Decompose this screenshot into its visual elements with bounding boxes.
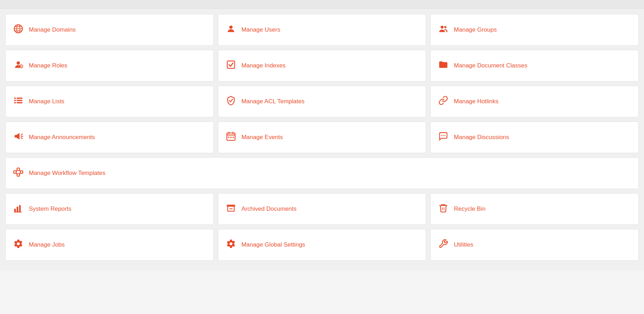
recycle-bin[interactable]: Recycle Bin bbox=[430, 193, 639, 225]
manage-users-label: Manage Users bbox=[242, 26, 281, 33]
svg-point-31 bbox=[445, 135, 446, 136]
manage-jobs[interactable]: Manage Jobs bbox=[5, 229, 214, 261]
manage-lists[interactable]: Manage Lists bbox=[5, 86, 214, 117]
svg-rect-15 bbox=[17, 100, 22, 101]
svg-line-39 bbox=[20, 172, 20, 175]
row-row6: System ReportsArchived DocumentsRecycle … bbox=[5, 193, 639, 225]
system-reports-label: System Reports bbox=[29, 205, 71, 212]
svg-point-8 bbox=[17, 61, 20, 64]
manage-groups-icon bbox=[438, 24, 449, 36]
svg-line-19 bbox=[21, 134, 22, 135]
svg-rect-34 bbox=[17, 174, 20, 176]
svg-rect-14 bbox=[14, 100, 16, 101]
svg-rect-17 bbox=[17, 102, 22, 103]
svg-point-30 bbox=[443, 135, 444, 136]
manage-acl-templates[interactable]: Manage ACL Templates bbox=[218, 86, 426, 117]
control-panel-header bbox=[0, 0, 644, 9]
svg-marker-18 bbox=[15, 133, 20, 139]
svg-line-21 bbox=[21, 137, 22, 139]
recycle-bin-icon bbox=[438, 203, 449, 215]
svg-rect-13 bbox=[17, 97, 22, 99]
manage-groups-label: Manage Groups bbox=[454, 26, 497, 33]
svg-rect-32 bbox=[14, 171, 16, 173]
svg-line-36 bbox=[16, 169, 17, 172]
row-row5: Manage Workflow Templates bbox=[5, 157, 639, 189]
manage-users-icon bbox=[225, 24, 237, 36]
manage-indexes-label: Manage Indexes bbox=[242, 62, 286, 69]
manage-domains-label: Manage Domains bbox=[29, 26, 76, 33]
row-row4: Manage AnnouncementsManage EventsManage … bbox=[5, 122, 639, 153]
manage-domains-icon bbox=[13, 24, 24, 36]
manage-hotlinks-icon bbox=[438, 96, 449, 108]
manage-events-icon bbox=[225, 131, 237, 144]
row-row3: Manage ListsManage ACL TemplatesManage H… bbox=[5, 86, 639, 117]
svg-point-29 bbox=[441, 135, 442, 136]
svg-rect-26 bbox=[228, 137, 230, 138]
svg-rect-28 bbox=[232, 137, 234, 138]
svg-point-7 bbox=[444, 26, 447, 28]
svg-line-37 bbox=[16, 172, 17, 175]
svg-rect-11 bbox=[227, 61, 234, 68]
system-reports[interactable]: System Reports bbox=[5, 193, 214, 225]
svg-rect-35 bbox=[20, 171, 23, 173]
manage-discussions-label: Manage Discussions bbox=[454, 134, 509, 141]
archived-documents-icon bbox=[225, 203, 237, 215]
panel-container: Manage DomainsManage UsersManage GroupsR… bbox=[0, 9, 644, 270]
manage-document-classes-label: Manage Document Classes bbox=[454, 62, 527, 69]
svg-rect-44 bbox=[227, 204, 235, 207]
manage-lists-icon bbox=[13, 96, 24, 108]
svg-point-5 bbox=[229, 25, 232, 28]
row-row1: Manage DomainsManage UsersManage Groups bbox=[5, 14, 639, 46]
archived-documents-label: Archived Documents bbox=[242, 205, 297, 212]
svg-rect-16 bbox=[14, 102, 16, 103]
manage-hotlinks[interactable]: Manage Hotlinks bbox=[430, 86, 639, 117]
manage-discussions-icon bbox=[438, 131, 449, 144]
svg-rect-41 bbox=[17, 207, 18, 212]
manage-acl-templates-label: Manage ACL Templates bbox=[242, 98, 305, 105]
manage-events-label: Manage Events bbox=[242, 134, 283, 141]
manage-announcements-label: Manage Announcements bbox=[29, 134, 95, 141]
manage-discussions[interactable]: Manage Discussions bbox=[430, 122, 639, 153]
svg-rect-12 bbox=[14, 97, 16, 99]
manage-global-settings-icon bbox=[225, 239, 237, 251]
manage-workflow-templates-icon bbox=[13, 167, 24, 179]
row-row2: RManage RolesManage IndexesManage Docume… bbox=[5, 50, 639, 81]
manage-roles[interactable]: RManage Roles bbox=[5, 50, 214, 81]
manage-acl-templates-icon bbox=[225, 96, 237, 108]
manage-global-settings-label: Manage Global Settings bbox=[242, 241, 305, 248]
manage-domains[interactable]: Manage Domains bbox=[5, 14, 214, 46]
utilities-icon bbox=[438, 239, 449, 251]
manage-global-settings[interactable]: Manage Global Settings bbox=[218, 229, 426, 261]
svg-rect-22 bbox=[227, 133, 235, 140]
svg-rect-27 bbox=[230, 137, 232, 138]
recycle-bin-label: Recycle Bin bbox=[454, 205, 485, 212]
manage-roles-icon: R bbox=[13, 60, 24, 72]
manage-hotlinks-label: Manage Hotlinks bbox=[454, 98, 498, 105]
row-row7: Manage Jobs Manage Global SettingsUtilit… bbox=[5, 229, 639, 261]
utilities[interactable]: Utilities bbox=[430, 229, 639, 261]
manage-document-classes[interactable]: Manage Document Classes bbox=[430, 50, 639, 81]
manage-announcements-icon bbox=[13, 131, 24, 144]
manage-users[interactable]: Manage Users bbox=[218, 14, 426, 46]
manage-document-classes-icon bbox=[438, 60, 449, 72]
manage-roles-label: Manage Roles bbox=[29, 62, 67, 69]
manage-announcements[interactable]: Manage Announcements bbox=[5, 122, 214, 153]
manage-lists-label: Manage Lists bbox=[29, 98, 64, 105]
svg-text:R: R bbox=[20, 65, 22, 68]
utilities-label: Utilities bbox=[454, 241, 473, 248]
svg-rect-42 bbox=[19, 205, 21, 212]
manage-jobs-icon bbox=[13, 239, 24, 251]
svg-line-38 bbox=[20, 169, 20, 172]
manage-workflow-templates[interactable]: Manage Workflow Templates bbox=[5, 157, 639, 189]
system-reports-icon bbox=[13, 203, 24, 215]
svg-rect-40 bbox=[14, 209, 16, 212]
archived-documents[interactable]: Archived Documents bbox=[218, 193, 426, 225]
manage-indexes[interactable]: Manage Indexes bbox=[218, 50, 426, 81]
manage-indexes-icon bbox=[225, 60, 237, 72]
svg-rect-33 bbox=[17, 168, 20, 170]
svg-point-6 bbox=[441, 26, 444, 28]
manage-workflow-templates-label: Manage Workflow Templates bbox=[29, 170, 105, 177]
manage-events[interactable]: Manage Events bbox=[218, 122, 426, 153]
manage-jobs-label: Manage Jobs bbox=[29, 241, 65, 248]
manage-groups[interactable]: Manage Groups bbox=[430, 14, 639, 46]
